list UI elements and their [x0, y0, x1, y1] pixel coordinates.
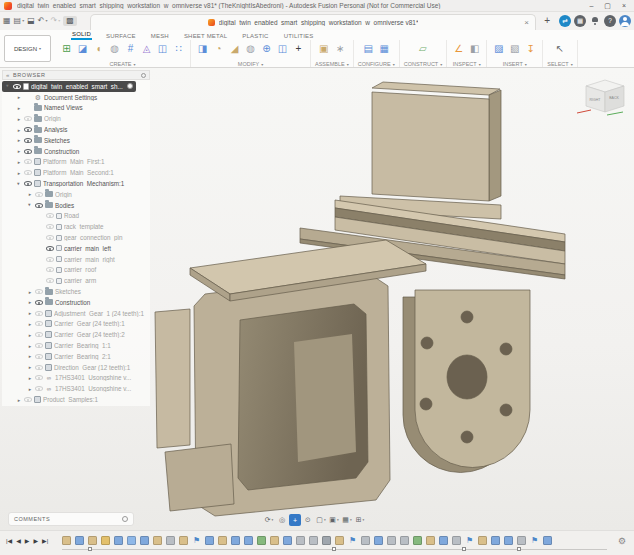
extension-manager-icon[interactable]: ▦: [574, 15, 586, 27]
ribbon-group-label[interactable]: INSPECT: [453, 61, 481, 67]
go-to-end-button[interactable]: ▶|: [42, 538, 48, 544]
timeline-feature-sketch[interactable]: [426, 536, 435, 545]
browser-item[interactable]: ▸rack_template: [2, 221, 150, 232]
expand-arrow-icon[interactable]: ▸: [27, 299, 33, 305]
save-icon[interactable]: ⬓: [27, 17, 35, 25]
press-pull-icon[interactable]: ◨: [195, 41, 210, 56]
play-button[interactable]: ▶: [25, 538, 30, 544]
visibility-eye-icon[interactable]: [46, 267, 54, 272]
timeline-feature-sketch[interactable]: [101, 536, 110, 545]
zoom-button[interactable]: ⊙: [302, 514, 314, 526]
timeline-feature-component[interactable]: [257, 536, 266, 545]
timeline-feature-joint[interactable]: [517, 536, 526, 545]
timeline-feature-component[interactable]: [413, 536, 422, 545]
expand-arrow-icon[interactable]: ▸: [27, 202, 33, 208]
ribbon-tab-mesh[interactable]: MESH: [150, 33, 170, 40]
ribbon-tab-surface[interactable]: SURFACE: [105, 33, 137, 40]
comments-options-icon[interactable]: [122, 516, 128, 522]
timeline-group-marker[interactable]: [88, 547, 92, 551]
browser-item[interactable]: ▸gear_connection_pin: [2, 232, 150, 243]
timeline-feature-joint[interactable]: [361, 536, 370, 545]
browser-item[interactable]: ▸carrier_main_right: [2, 254, 150, 265]
expand-arrow-icon[interactable]: ▸: [16, 397, 22, 403]
grid-settings-button[interactable]: ▦: [341, 514, 353, 526]
collapse-panel-icon[interactable]: «: [6, 72, 10, 78]
viewports-button[interactable]: ⊞: [354, 514, 366, 526]
timeline-feature-extrude[interactable]: [504, 536, 513, 545]
shell-icon[interactable]: ◍: [243, 41, 258, 56]
step-back-button[interactable]: ◀: [16, 538, 21, 544]
visibility-eye-icon[interactable]: [24, 127, 32, 132]
section-analysis-icon[interactable]: ◧: [467, 41, 482, 56]
browser-header[interactable]: « BROWSER: [2, 70, 150, 80]
close-window-icon[interactable]: [622, 2, 626, 9]
timeline-feature-extrude[interactable]: [374, 536, 383, 545]
minimize-icon[interactable]: [589, 2, 593, 9]
visibility-eye-icon[interactable]: [35, 386, 43, 391]
visibility-eye-icon[interactable]: [35, 311, 43, 316]
browser-item[interactable]: ▸carrier_roof: [2, 265, 150, 276]
viewcube-face-right-label[interactable]: BACK: [609, 96, 619, 100]
browser-item[interactable]: ▸carrier_arm: [2, 275, 150, 286]
timeline-group-marker[interactable]: [332, 547, 336, 551]
browser-item[interactable]: ▸Transportation_Mechanism:1: [2, 178, 150, 189]
browser-item[interactable]: ▸Platform_Main_Second:1: [2, 167, 150, 178]
browser-item[interactable]: ▸Carrier_Gear (24 teeth):2: [2, 329, 150, 340]
expand-arrow-icon[interactable]: ▸: [16, 94, 22, 100]
timeline-feature-extrude[interactable]: [205, 536, 214, 545]
browser-item[interactable]: ▸Sketches: [2, 286, 150, 297]
expand-arrow-icon[interactable]: ▸: [16, 148, 22, 154]
move-copy-icon[interactable]: +: [291, 41, 306, 56]
expand-arrow-icon[interactable]: ▸: [27, 289, 33, 295]
timeline-feature-sketch[interactable]: [153, 536, 162, 545]
browser-item[interactable]: ▸Sketches: [2, 135, 150, 146]
notifications-icon[interactable]: [589, 15, 601, 27]
timeline-feature-extrude[interactable]: [127, 536, 136, 545]
ribbon-tab-solid[interactable]: SOLID: [71, 31, 92, 40]
zoom-window-button[interactable]: ▢: [315, 514, 327, 526]
timeline-feature-extrude[interactable]: [114, 536, 123, 545]
combine-icon[interactable]: ⊕: [259, 41, 274, 56]
visibility-eye-icon[interactable]: [46, 224, 54, 229]
document-tab[interactable]: digital_twin_enabled_smart_shipping_work…: [90, 14, 536, 30]
look-at-button[interactable]: ◎: [276, 514, 288, 526]
visibility-eye-icon[interactable]: [35, 321, 43, 326]
timeline-feature-extrude[interactable]: [244, 536, 253, 545]
visibility-eye-icon[interactable]: [24, 149, 32, 154]
ribbon-tab-sheet-metal[interactable]: SHEET METAL: [183, 33, 228, 40]
insert-mesh-icon[interactable]: ↧: [523, 41, 538, 56]
sweep-icon[interactable]: ◖: [91, 41, 106, 56]
carrier-main-left-body[interactable]: [155, 274, 390, 516]
visibility-eye-icon[interactable]: [35, 300, 43, 305]
visibility-eye-icon[interactable]: [35, 343, 43, 348]
visibility-eye-icon[interactable]: [35, 354, 43, 359]
visibility-eye-icon[interactable]: [24, 138, 32, 143]
timeline-feature-extrude[interactable]: [439, 536, 448, 545]
workspace-switcher[interactable]: DESIGN: [4, 35, 51, 62]
timeline-feature-sketch[interactable]: [478, 536, 487, 545]
expand-arrow-icon[interactable]: ▸: [27, 386, 33, 392]
browser-item[interactable]: ▸Carrier_Gear (24 teeth):1: [2, 319, 150, 330]
model-viewport[interactable]: RIGHT BACK « BROWSER ▸digital_twin_enabl…: [0, 68, 634, 530]
timeline-feature-extrude[interactable]: [543, 536, 552, 545]
visibility-eye-icon[interactable]: [35, 203, 43, 208]
revolve-icon[interactable]: ◍: [107, 41, 122, 56]
ribbon-group-label[interactable]: CONSTRUCT: [404, 61, 443, 67]
browser-item[interactable]: ▸Origin: [2, 189, 150, 200]
timeline-feature-joint[interactable]: [452, 536, 461, 545]
insert-canvas-icon[interactable]: ▨: [491, 41, 506, 56]
browser-item[interactable]: ▸Road: [2, 211, 150, 222]
go-to-start-button[interactable]: |◀: [6, 538, 12, 544]
ribbon-tab-utilities[interactable]: UTILITIES: [283, 33, 315, 40]
back-panel-body[interactable]: [340, 82, 501, 219]
browser-item[interactable]: ▸Bodies: [2, 200, 150, 211]
insert-decal-icon[interactable]: ▧: [507, 41, 522, 56]
timeline-feature-sketch[interactable]: [88, 536, 97, 545]
expand-arrow-icon[interactable]: ▸: [16, 127, 22, 133]
expand-arrow-icon[interactable]: ▸: [16, 181, 22, 187]
visibility-eye-icon[interactable]: [24, 181, 32, 186]
expand-arrow-icon[interactable]: ▸: [27, 343, 33, 349]
timeline-feature-sketch[interactable]: [62, 536, 71, 545]
timeline-feature-extrude[interactable]: [140, 536, 149, 545]
browser-item[interactable]: ▸Product_Samples:1: [2, 394, 150, 405]
